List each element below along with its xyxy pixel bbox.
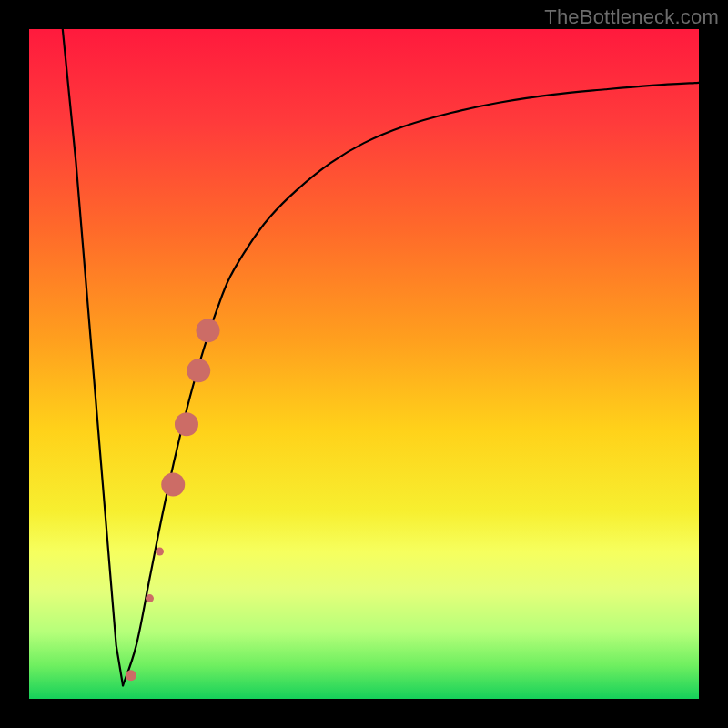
marker-point bbox=[126, 670, 136, 681]
marker-point bbox=[156, 548, 164, 556]
marker-point bbox=[197, 318, 220, 342]
curve-right-branch bbox=[123, 83, 699, 685]
marker-point bbox=[161, 472, 185, 496]
marker-point bbox=[175, 412, 198, 436]
curve-lines bbox=[63, 29, 699, 685]
curve-left-branch bbox=[63, 29, 123, 685]
marker-point bbox=[146, 594, 154, 602]
chart-svg bbox=[29, 29, 699, 699]
chart-frame: TheBottleneck.com bbox=[0, 0, 728, 728]
watermark-text: TheBottleneck.com bbox=[544, 5, 719, 29]
marker-point bbox=[187, 359, 210, 382]
plot-area bbox=[29, 29, 699, 699]
